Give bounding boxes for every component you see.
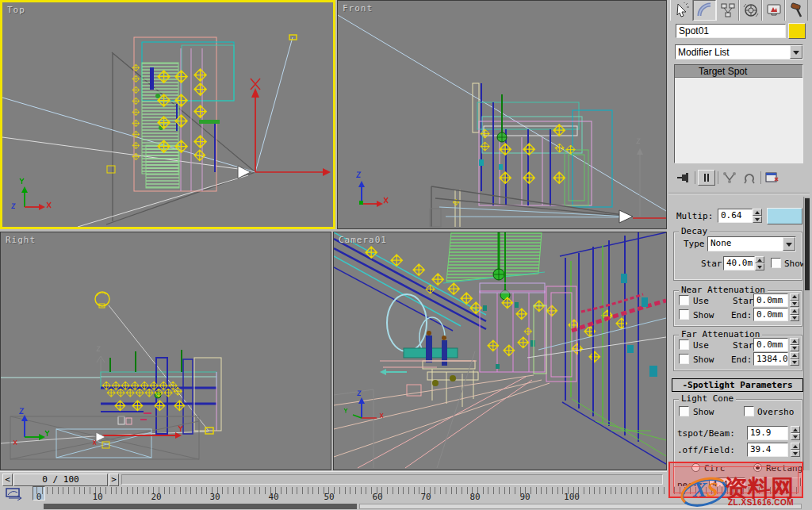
far-start-spinner[interactable]: [790, 338, 799, 351]
light-color-swatch[interactable]: [767, 208, 802, 224]
far-use-checkbox[interactable]: [679, 339, 689, 350]
far-start-value: 0.0mm: [754, 339, 787, 350]
motion-icon[interactable]: [739, 0, 762, 21]
viewport-label-top: Top: [7, 5, 25, 15]
decay-type-label: Type: [684, 239, 705, 249]
near-end-spinner[interactable]: [790, 308, 799, 321]
configure-modifier-sets-icon[interactable]: [764, 170, 781, 186]
wireframe-camera-view: [334, 232, 666, 470]
wireframe-top-view: [2, 2, 333, 227]
falloff-label: .off/Field:: [677, 445, 735, 455]
viewport-area: Top: [0, 0, 668, 470]
far-end-field[interactable]: 1384.0: [753, 352, 788, 366]
panel-scrollbar[interactable]: [803, 197, 810, 470]
cone-show-checkbox[interactable]: [679, 406, 689, 416]
hotspot-label: tspot/Beam:: [677, 428, 735, 439]
far-show-checkbox[interactable]: [679, 354, 689, 364]
viewport-camera[interactable]: Camera01: [333, 232, 667, 470]
near-end-label: End:: [731, 310, 753, 320]
multiplier-spinner[interactable]: [753, 209, 762, 223]
command-panel-tabs: [670, 0, 810, 21]
decay-start-field[interactable]: 40.0m: [723, 256, 755, 270]
near-start-field[interactable]: 0.0mm: [753, 293, 788, 307]
viewport-right[interactable]: Right: [0, 232, 331, 470]
panel-scrollbar-thumb[interactable]: [805, 198, 810, 290]
display-icon[interactable]: [762, 0, 785, 21]
decay-show-label: Show: [784, 259, 806, 269]
decay-start-spinner[interactable]: [755, 256, 764, 270]
remove-modifier-icon[interactable]: [741, 170, 758, 186]
wire-color-swatch[interactable]: [788, 23, 806, 39]
modify-icon[interactable]: [693, 0, 716, 21]
far-attenuation-group: Far Attenuation Use Star 0.0mm Show End:…: [673, 335, 802, 371]
modifier-list-label: Modifier List: [676, 45, 802, 58]
far-end-label: End:: [731, 355, 753, 365]
near-use-label: Use: [693, 296, 709, 306]
hierarchy-icon[interactable]: [716, 0, 739, 21]
application-window: Top: [0, 0, 812, 510]
panel-divider: [668, 193, 810, 194]
utilities-icon[interactable]: [785, 0, 808, 21]
falloff-field[interactable]: 39.4: [747, 443, 788, 457]
far-end-spinner[interactable]: [790, 352, 799, 366]
wireframe-right-view: [1, 232, 331, 470]
viewport-front[interactable]: Front: [337, 0, 667, 229]
prev-frame-button[interactable]: <: [2, 474, 13, 486]
near-attenuation-group: Near Attenuation Use Star 0.0mm Show End…: [673, 290, 802, 327]
decay-type-arrow-icon[interactable]: [783, 237, 795, 251]
cone-show-label: Show: [693, 407, 714, 417]
decay-title: Decay: [679, 226, 710, 236]
viewport-label-right: Right: [6, 235, 36, 245]
time-slider-track[interactable]: [121, 474, 663, 485]
modifier-list-dropdown[interactable]: Modifier List: [675, 44, 803, 59]
show-end-result-icon[interactable]: [698, 170, 715, 186]
near-show-label: Show: [693, 310, 714, 320]
modifier-list-arrow-icon[interactable]: [790, 45, 802, 59]
far-use-label: Use: [693, 340, 709, 351]
near-end-value: 0.0mm: [754, 309, 787, 320]
far-start-field[interactable]: 0.0mm: [753, 338, 788, 351]
far-attenuation-title: Far Attenuation: [679, 329, 762, 339]
overshoot-checkbox[interactable]: [744, 406, 754, 416]
pin-stack-icon[interactable]: [675, 170, 692, 186]
hotspot-spinner[interactable]: [791, 426, 800, 440]
hotspot-field[interactable]: 19.9: [747, 426, 788, 440]
object-name-value: Spot01: [676, 25, 785, 36]
near-start-label: Star: [733, 296, 754, 306]
near-end-field[interactable]: 0.0mm: [753, 308, 788, 321]
circle-radio[interactable]: [691, 463, 700, 472]
spotlight-parameters-rollout[interactable]: -Spotlight Parameters: [672, 378, 803, 392]
track-bar[interactable]: 0 10 20 30 40 50 60 70 80 90 100: [0, 486, 812, 501]
spotlight-parameters-header: -Spotlight Parameters: [672, 379, 802, 391]
decay-show-checkbox[interactable]: [771, 258, 781, 268]
create-icon[interactable]: [670, 0, 693, 21]
stack-item-target-spot[interactable]: Target Spot: [675, 65, 802, 77]
falloff-value: 39.4: [748, 443, 787, 454]
time-slider-bar: < 0 / 100 >: [0, 471, 667, 486]
decay-start-value: 40.0m: [724, 257, 754, 268]
viewport-label-front: Front: [343, 3, 373, 13]
command-panel: Spot01 Modifier List Target Spot: [667, 0, 812, 510]
decay-type-dropdown[interactable]: None: [707, 236, 796, 251]
track-scrollbar-rest[interactable]: [359, 504, 802, 509]
track-scrollbar-thumb[interactable]: [44, 504, 357, 509]
circle-label: Circ: [704, 463, 726, 474]
object-name-input[interactable]: Spot01: [676, 24, 786, 38]
next-frame-button[interactable]: >: [109, 474, 119, 486]
time-slider-handle[interactable]: 0 / 100: [13, 474, 108, 486]
viewport-top[interactable]: Top: [0, 0, 335, 229]
make-unique-icon[interactable]: [721, 170, 738, 186]
hotspot-value: 19.9: [748, 427, 787, 438]
falloff-spinner[interactable]: [791, 443, 800, 457]
modifier-stack-list[interactable]: Target Spot: [674, 64, 803, 163]
multiplier-value: 0.64: [718, 209, 752, 220]
light-cone-title: Light Cone: [679, 393, 736, 404]
rectangle-radio[interactable]: [753, 463, 762, 472]
decay-group: Decay Type None Star 40.0m Show: [673, 232, 802, 281]
multiplier-field[interactable]: 0.64: [718, 209, 753, 223]
near-start-spinner[interactable]: [790, 293, 799, 307]
stack-toolbar: [675, 169, 806, 186]
mini-curve-editor-icon[interactable]: [6, 488, 25, 500]
near-use-checkbox[interactable]: [679, 295, 689, 305]
near-show-checkbox[interactable]: [679, 309, 689, 320]
